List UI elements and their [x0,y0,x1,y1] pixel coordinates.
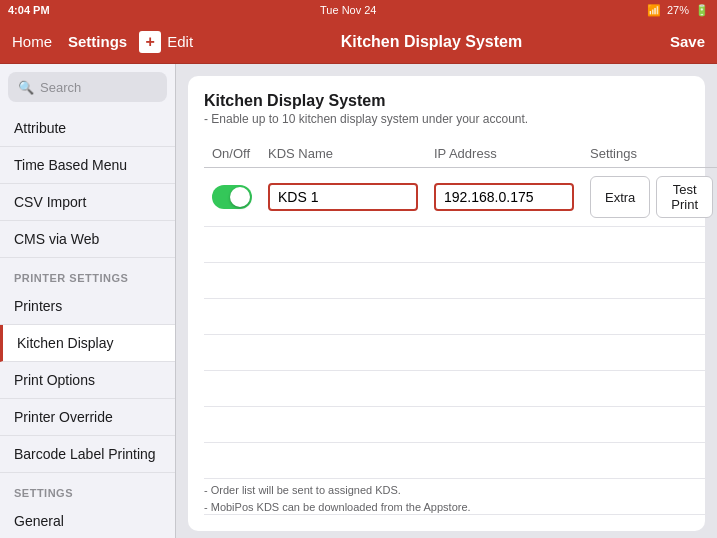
sidebar-item-label: CMS via Web [14,231,99,247]
kds-toggle[interactable] [212,185,252,209]
nav-center: + Edit Kitchen Display System [127,31,670,53]
settings-cell: Extra Test Print [582,168,717,227]
sidebar-item-label: CSV Import [14,194,86,210]
printer-settings-section-label: PRINTER SETTINGS [0,258,175,288]
card-title: Kitchen Display System [204,92,689,110]
search-placeholder: Search [40,80,81,95]
nav-bar: Home Settings + Edit Kitchen Display Sys… [0,20,717,64]
sidebar-item-time-based-menu[interactable]: Time Based Menu [0,147,175,184]
search-box[interactable]: 🔍 Search [8,72,167,102]
sidebar-item-barcode-label[interactable]: Barcode Label Printing [0,436,175,473]
toggle-knob [230,187,250,207]
footer-line-2: - MobiPos KDS can be downloaded from the… [204,499,471,517]
wifi-icon: 📶 [647,4,661,17]
table-row [204,335,717,371]
sidebar-item-cms[interactable]: CMS via Web [0,221,175,258]
status-icons: 📶 27% 🔋 [647,4,709,17]
card-footer: - Order list will be sent to assigned KD… [204,482,471,517]
sidebar: 🔍 Search Attribute Time Based Menu CSV I… [0,64,176,538]
test-print-button[interactable]: Test Print [656,176,713,218]
sidebar-item-attribute[interactable]: Attribute [0,110,175,147]
table-row [204,227,717,263]
nav-save-button[interactable]: Save [670,33,705,50]
main-layout: 🔍 Search Attribute Time Based Menu CSV I… [0,64,717,538]
table-row [204,263,717,299]
col-header-name: KDS Name [260,140,426,168]
ip-cell [426,168,582,227]
kds-name-input[interactable] [268,183,418,211]
card-subtitle: - Enable up to 10 kitchen display system… [204,112,689,126]
main-content: Kitchen Display System - Enable up to 10… [176,64,717,538]
col-header-ip: IP Address [426,140,582,168]
battery-icon: 🔋 [695,4,709,17]
sidebar-item-csv-import[interactable]: CSV Import [0,184,175,221]
status-time: 4:04 PM [8,4,50,16]
name-cell [260,168,426,227]
nav-edit-label: Edit [167,33,193,50]
footer-line-1: - Order list will be sent to assigned KD… [204,482,471,500]
sidebar-item-label: Printers [14,298,62,314]
nav-page-title: Kitchen Display System [193,33,670,51]
kds-ip-input[interactable] [434,183,574,211]
nav-settings-button[interactable]: Settings [68,33,127,50]
status-day: Tue Nov 24 [320,4,376,16]
col-header-onoff: On/Off [204,140,260,168]
table-row: Extra Test Print [204,168,717,227]
extra-button[interactable]: Extra [590,176,650,218]
table-row [204,371,717,407]
sidebar-item-printers[interactable]: Printers [0,288,175,325]
settings-buttons: Extra Test Print [590,176,713,218]
nav-home-button[interactable]: Home [12,33,52,50]
sidebar-item-label: Attribute [14,120,66,136]
nav-edit-button[interactable]: + Edit [139,31,193,53]
sidebar-item-label: Barcode Label Printing [14,446,156,462]
edit-plus-icon: + [139,31,161,53]
sidebar-item-label: Time Based Menu [14,157,127,173]
sidebar-item-label: Kitchen Display [17,335,114,351]
content-card: Kitchen Display System - Enable up to 10… [188,76,705,531]
sidebar-item-label: General [14,513,64,529]
sidebar-item-label: Printer Override [14,409,113,425]
sidebar-item-kitchen-display[interactable]: Kitchen Display [0,325,175,362]
toggle-cell [204,168,260,227]
sidebar-item-print-options[interactable]: Print Options [0,362,175,399]
table-row [204,299,717,335]
sidebar-item-general[interactable]: General [0,503,175,538]
sidebar-item-label: Print Options [14,372,95,388]
battery-percent: 27% [667,4,689,16]
kds-table: On/Off KDS Name IP Address Settings [204,140,717,515]
table-row [204,443,717,479]
table-row [204,407,717,443]
search-icon: 🔍 [18,80,34,95]
col-header-settings: Settings [582,140,717,168]
status-bar: 4:04 PM Tue Nov 24 📶 27% 🔋 [0,0,717,20]
sidebar-item-printer-override[interactable]: Printer Override [0,399,175,436]
settings-section-label: SETTINGS [0,473,175,503]
